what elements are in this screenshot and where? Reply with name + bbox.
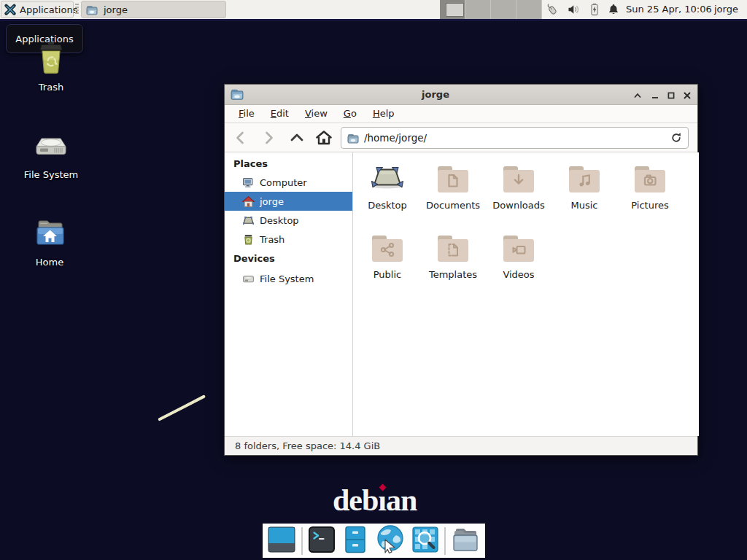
notifications-icon[interactable] [607, 3, 620, 16]
status-text: 8 folders, Free space: 14.4 GiB [235, 440, 380, 451]
sidebar-item-label: Trash [260, 234, 285, 245]
sidebar-item-computer[interactable]: Computer [225, 173, 352, 192]
statusbar: 8 folders, Free space: 14.4 GiB [225, 436, 697, 455]
directory-menu-icon[interactable] [450, 525, 481, 557]
workspace-3[interactable] [491, 0, 516, 19]
file-item-downloads[interactable]: Downloads [486, 161, 551, 228]
volume-icon[interactable] [568, 3, 581, 16]
folder-pictures-icon [632, 184, 667, 198]
sidebar-item-file-system[interactable]: File System [225, 269, 352, 288]
home-folder-icon [32, 241, 67, 255]
menu-go[interactable]: Go [336, 105, 365, 122]
back-button[interactable] [231, 129, 251, 147]
file-item-music[interactable]: Music [551, 161, 617, 228]
desktop-icon-trash[interactable]: Trash [11, 41, 91, 93]
desktop-icon-home[interactable]: Home [9, 216, 90, 268]
dock-separator [301, 527, 303, 555]
close-button[interactable] [682, 90, 692, 100]
forward-button[interactable] [258, 129, 279, 147]
sidebar-item-label: File System [260, 273, 314, 284]
path-text[interactable]: /home/jorge/ [364, 132, 670, 144]
file-manager-window: jorge File Edit View Go Help [224, 84, 698, 456]
menu-file[interactable]: File [231, 105, 263, 122]
home-button[interactable] [314, 129, 334, 147]
debian-logo-text: deb [333, 483, 378, 518]
taskbar-handle[interactable] [75, 4, 79, 15]
username-label[interactable]: jorge [714, 4, 738, 15]
debian-logo: deb ı an [333, 483, 417, 518]
file-item-documents[interactable]: Documents [420, 161, 486, 228]
maximize-button[interactable] [666, 90, 676, 100]
sidebar-item-trash[interactable]: Trash [225, 230, 352, 249]
folder-videos-icon [501, 253, 536, 267]
menu-edit[interactable]: Edit [263, 105, 297, 122]
up-button[interactable] [287, 129, 307, 147]
desktop-icon-label: File System [11, 169, 91, 180]
file-item-videos[interactable]: Videos [486, 230, 551, 298]
top-panel: Applications jorge [0, 0, 747, 21]
shade-button[interactable] [632, 90, 643, 100]
taskbar-button[interactable]: jorge [81, 1, 226, 18]
debian-logo-text: an [386, 483, 417, 518]
file-icon-view[interactable]: Desktop Documents [353, 152, 699, 436]
workspace-2[interactable] [465, 0, 491, 19]
web-browser-icon[interactable] [374, 524, 406, 559]
mouse-icon[interactable] [546, 3, 559, 16]
file-item-label: Pictures [617, 200, 683, 211]
sidebar-item-label: Desktop [260, 215, 299, 226]
menu-view[interactable]: View [297, 105, 336, 122]
sidebar: Places Computer [225, 152, 353, 436]
drive-icon [242, 273, 255, 285]
sidebar-header-devices: Devices [233, 253, 275, 264]
menu-help[interactable]: Help [365, 105, 403, 122]
titlebar[interactable]: jorge [225, 85, 697, 105]
dock-panel [263, 524, 485, 558]
desktop: Applications jorge [0, 0, 747, 560]
debian-logo-i: ı [378, 483, 386, 518]
window-folder-icon [231, 88, 244, 101]
desktop-icon-label: Trash [11, 82, 91, 93]
file-item-public[interactable]: Public [355, 230, 420, 298]
applications-button-label: Applications [20, 4, 77, 15]
show-desktop-icon[interactable] [266, 525, 297, 557]
reload-icon[interactable] [670, 132, 682, 144]
desktop-icon [370, 184, 405, 198]
folder-music-icon [567, 184, 602, 198]
terminal-icon[interactable] [307, 525, 336, 557]
toolbar: /home/jorge/ [225, 123, 697, 152]
desktop-icon-file-system[interactable]: File System [11, 128, 91, 180]
window-title: jorge [254, 85, 617, 105]
workspace-4[interactable] [516, 0, 542, 19]
trash-icon [242, 233, 255, 246]
window-body: Places Computer [225, 152, 699, 436]
folder-templates-icon [436, 253, 471, 267]
file-item-label: Downloads [486, 200, 551, 211]
sidebar-item-desktop[interactable]: Desktop [225, 211, 352, 230]
file-item-label: Public [355, 269, 420, 280]
sidebar-item-jorge[interactable]: jorge [225, 192, 352, 211]
file-item-templates[interactable]: Templates [420, 230, 486, 298]
applications-button[interactable]: Applications [1, 1, 74, 18]
workspace-1[interactable] [440, 0, 465, 19]
file-item-pictures[interactable]: Pictures [617, 161, 683, 228]
minimize-button[interactable] [650, 90, 660, 100]
workspace-switcher[interactable] [440, 0, 542, 19]
file-item-label: Templates [420, 269, 486, 280]
path-bar[interactable]: /home/jorge/ [341, 127, 689, 149]
application-finder-icon[interactable] [411, 525, 440, 557]
trash-icon [34, 66, 69, 80]
file-item-label: Documents [420, 200, 486, 211]
clock[interactable]: Sun 25 Apr, 10:06 [626, 4, 712, 15]
sidebar-item-label: Computer [260, 177, 307, 188]
computer-icon [242, 176, 255, 189]
folder-icon [347, 133, 359, 143]
folder-downloads-icon [501, 184, 536, 198]
menubar: File Edit View Go Help [225, 105, 697, 123]
desktop-icon-label: Home [9, 257, 90, 268]
battery-icon[interactable] [588, 3, 601, 16]
file-item-desktop[interactable]: Desktop [355, 161, 420, 228]
taskbar-button-label: jorge [104, 4, 128, 15]
xfce-logo-icon [4, 3, 17, 16]
file-cabinet-icon[interactable] [341, 525, 370, 557]
file-item-label: Music [551, 200, 617, 211]
